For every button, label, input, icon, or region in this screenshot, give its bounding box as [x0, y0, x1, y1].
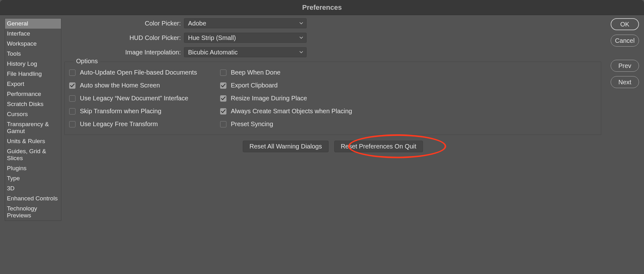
options-legend: Options — [74, 58, 100, 65]
option-row: Use Legacy “New Document” Interface — [69, 95, 201, 102]
checkbox[interactable] — [220, 108, 226, 115]
row-hud-color-picker: HUD Color Picker: Hue Strip (Small) — [64, 33, 601, 43]
sidebar-item-guides-grid-slices[interactable]: Guides, Grid & Slices — [5, 146, 61, 163]
options-group: Options Auto-Update Open File-based Docu… — [64, 62, 601, 135]
checkbox[interactable] — [69, 108, 75, 115]
option-row: Resize Image During Place — [220, 95, 352, 102]
sidebar-item-history-log[interactable]: History Log — [5, 59, 61, 69]
check-icon — [221, 97, 225, 100]
option-row: Export Clipboard — [220, 82, 352, 89]
reset-quit-label: Reset Preferences On Quit — [341, 143, 416, 150]
checkbox[interactable] — [220, 70, 226, 76]
option-label: Use Legacy “New Document” Interface — [80, 95, 188, 102]
sidebar-item-technology-previews[interactable]: Technology Previews — [5, 204, 61, 221]
checkbox[interactable] — [69, 70, 75, 76]
sidebar-item-enhanced-controls[interactable]: Enhanced Controls — [5, 193, 61, 204]
options-col-right: Beep When DoneExport ClipboardResize Ima… — [220, 69, 352, 128]
dropdown-color-picker[interactable]: Adobe — [184, 18, 307, 28]
label-image-interpolation: Image Interpolation: — [64, 49, 184, 56]
checkbox[interactable] — [69, 82, 75, 89]
check-icon — [70, 84, 75, 87]
chevron-down-icon — [299, 22, 303, 25]
option-label: Beep When Done — [231, 69, 280, 76]
checkbox[interactable] — [220, 82, 226, 89]
sidebar-item-tools[interactable]: Tools — [5, 49, 61, 59]
row-color-picker: Color Picker: Adobe — [64, 18, 601, 28]
sidebar-item-cursors[interactable]: Cursors — [5, 109, 61, 119]
chevron-down-icon — [299, 36, 303, 39]
sidebar-item-workspace[interactable]: Workspace — [5, 39, 61, 49]
sidebar-item-scratch-disks[interactable]: Scratch Disks — [5, 99, 61, 109]
sidebar-item-interface[interactable]: Interface — [5, 29, 61, 39]
sidebar: GeneralInterfaceWorkspaceToolsHistory Lo… — [0, 15, 61, 274]
checkbox[interactable] — [69, 121, 75, 127]
sidebar-item-transparency-gamut[interactable]: Transparency & Gamut — [5, 119, 61, 136]
label-color-picker: Color Picker: — [64, 20, 184, 27]
option-label: Auto-Update Open File-based Documents — [80, 69, 197, 76]
checkbox[interactable] — [69, 95, 75, 102]
chevron-down-icon — [299, 51, 303, 53]
settings-column: Color Picker: Adobe HUD Color Picker: Hu… — [64, 18, 601, 274]
dropdown-image-interpolation[interactable]: Bicubic Automatic — [184, 47, 307, 57]
action-buttons-column: OK Cancel Prev Next — [601, 18, 639, 274]
content-area: GeneralInterfaceWorkspaceToolsHistory Lo… — [0, 15, 644, 274]
dropdown-image-interpolation-value: Bicubic Automatic — [188, 49, 238, 56]
sidebar-item-file-handling[interactable]: File Handling — [5, 69, 61, 79]
checkbox[interactable] — [220, 121, 226, 127]
sidebar-item-general[interactable]: General — [5, 19, 61, 29]
cancel-button[interactable]: Cancel — [611, 35, 639, 47]
option-label: Skip Transform when Placing — [80, 108, 161, 115]
option-row: Beep When Done — [220, 69, 352, 76]
option-label: Resize Image During Place — [231, 95, 307, 102]
dropdown-hud-color-picker[interactable]: Hue Strip (Small) — [184, 33, 307, 43]
option-label: Auto show the Home Screen — [80, 82, 160, 89]
dropdown-color-picker-value: Adobe — [188, 20, 206, 27]
sidebar-item-export[interactable]: Export — [5, 79, 61, 89]
titlebar: Preferences — [0, 0, 644, 15]
prev-button[interactable]: Prev — [611, 60, 639, 72]
next-label: Next — [618, 79, 631, 86]
option-row: Skip Transform when Placing — [69, 108, 201, 115]
main-panel: Color Picker: Adobe HUD Color Picker: Hu… — [61, 15, 644, 274]
cancel-label: Cancel — [615, 37, 635, 44]
reset-row: Reset All Warning Dialogs Reset Preferen… — [64, 141, 601, 152]
reset-preferences-on-quit-button[interactable]: Reset Preferences On Quit — [334, 141, 423, 152]
preferences-window: Preferences GeneralInterfaceWorkspaceToo… — [0, 0, 644, 274]
ok-label: OK — [620, 21, 630, 28]
ok-button[interactable]: OK — [611, 18, 639, 30]
reset-warning-label: Reset All Warning Dialogs — [249, 143, 322, 150]
sidebar-item-performance[interactable]: Performance — [5, 89, 61, 99]
dropdown-hud-color-picker-value: Hue Strip (Small) — [188, 34, 236, 42]
option-label: Always Create Smart Objects when Placing — [231, 108, 352, 115]
sidebar-item-units-rulers[interactable]: Units & Rulers — [5, 136, 61, 146]
option-row: Preset Syncing — [220, 120, 352, 128]
option-row: Auto-Update Open File-based Documents — [69, 69, 201, 76]
next-button[interactable]: Next — [611, 76, 639, 88]
checkbox[interactable] — [220, 95, 226, 102]
label-hud-color-picker: HUD Color Picker: — [64, 34, 184, 42]
row-image-interpolation: Image Interpolation: Bicubic Automatic — [64, 47, 601, 57]
option-row: Use Legacy Free Transform — [69, 120, 201, 128]
sidebar-item-type[interactable]: Type — [5, 173, 61, 183]
check-icon — [221, 109, 225, 113]
options-col-left: Auto-Update Open File-based DocumentsAut… — [69, 69, 201, 128]
check-icon — [221, 84, 225, 87]
sidebar-list: GeneralInterfaceWorkspaceToolsHistory Lo… — [5, 18, 61, 221]
window-title: Preferences — [302, 3, 342, 12]
option-row: Auto show the Home Screen — [69, 82, 201, 89]
prev-label: Prev — [618, 62, 631, 70]
option-row: Always Create Smart Objects when Placing — [220, 108, 352, 115]
reset-warning-dialogs-button[interactable]: Reset All Warning Dialogs — [243, 141, 328, 152]
sidebar-item-plugins[interactable]: Plugins — [5, 163, 61, 173]
option-label: Use Legacy Free Transform — [80, 120, 158, 128]
option-label: Preset Syncing — [231, 120, 273, 128]
sidebar-item-3d[interactable]: 3D — [5, 183, 61, 193]
option-label: Export Clipboard — [231, 82, 278, 89]
options-grid: Auto-Update Open File-based DocumentsAut… — [69, 69, 594, 128]
